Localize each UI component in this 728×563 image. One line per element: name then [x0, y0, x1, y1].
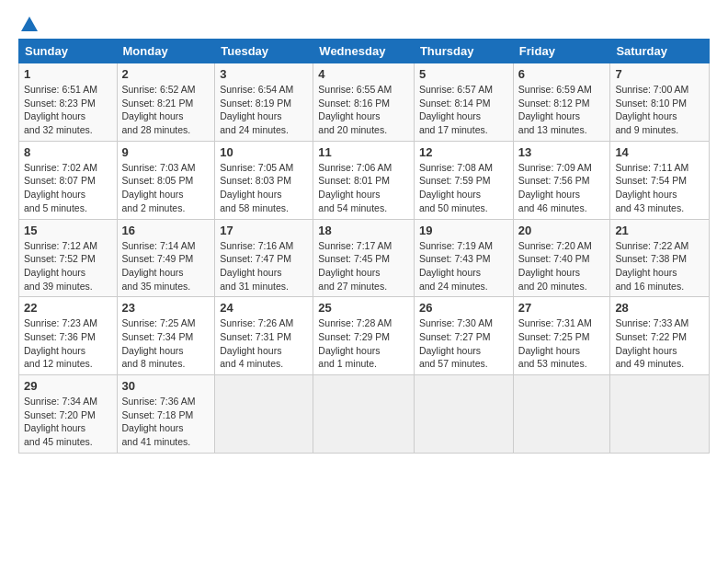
- day-number: 24: [220, 301, 308, 315]
- day-number: 8: [24, 145, 112, 159]
- day-number: 23: [122, 301, 210, 315]
- day-info: Sunrise: 7:23 AMSunset: 7:36 PMDaylight …: [24, 317, 97, 369]
- calendar-cell: 23 Sunrise: 7:25 AMSunset: 7:34 PMDaylig…: [117, 297, 215, 375]
- calendar-cell: 13 Sunrise: 7:09 AMSunset: 7:56 PMDaylig…: [513, 141, 610, 219]
- day-info: Sunrise: 7:22 AMSunset: 7:38 PMDaylight …: [615, 240, 688, 292]
- calendar-cell: 9 Sunrise: 7:03 AMSunset: 8:05 PMDayligh…: [117, 141, 215, 219]
- page: SundayMondayTuesdayWednesdayThursdayFrid…: [0, 0, 728, 463]
- day-info: Sunrise: 7:11 AMSunset: 7:54 PMDaylight …: [615, 162, 688, 213]
- logo: [18, 15, 40, 31]
- day-number: 15: [24, 224, 112, 237]
- day-info: Sunrise: 7:14 AMSunset: 7:49 PMDaylight …: [122, 240, 196, 292]
- calendar-cell: 21 Sunrise: 7:22 AMSunset: 7:38 PMDaylig…: [610, 219, 710, 297]
- calendar-cell: 25 Sunrise: 7:28 AMSunset: 7:29 PMDaylig…: [313, 297, 415, 375]
- calendar-cell: 17 Sunrise: 7:16 AMSunset: 7:47 PMDaylig…: [215, 219, 313, 297]
- calendar-cell: 11 Sunrise: 7:06 AMSunset: 8:01 PMDaylig…: [313, 141, 415, 219]
- day-number: 25: [318, 301, 409, 315]
- day-number: 13: [518, 145, 606, 159]
- calendar-cell: [313, 375, 415, 454]
- calendar-cell: 10 Sunrise: 7:05 AMSunset: 8:03 PMDaylig…: [215, 141, 313, 219]
- day-number: 21: [615, 224, 704, 237]
- day-header-wednesday: Wednesday: [313, 40, 415, 63]
- day-number: 27: [518, 301, 606, 315]
- week-row-3: 15 Sunrise: 7:12 AMSunset: 7:52 PMDaylig…: [19, 219, 710, 297]
- day-number: 17: [220, 224, 308, 237]
- day-number: 1: [24, 67, 112, 81]
- calendar: SundayMondayTuesdayWednesdayThursdayFrid…: [18, 39, 710, 454]
- calendar-cell: 2 Sunrise: 6:52 AMSunset: 8:21 PMDayligh…: [117, 63, 215, 142]
- day-number: 29: [24, 379, 112, 393]
- day-info: Sunrise: 6:52 AMSunset: 8:21 PMDaylight …: [122, 84, 196, 135]
- day-info: Sunrise: 7:34 AMSunset: 7:20 PMDaylight …: [24, 396, 97, 447]
- calendar-cell: 28 Sunrise: 7:33 AMSunset: 7:22 PMDaylig…: [610, 297, 710, 375]
- day-number: 16: [122, 224, 210, 237]
- day-info: Sunrise: 7:05 AMSunset: 8:03 PMDaylight …: [220, 162, 293, 213]
- calendar-cell: 4 Sunrise: 6:55 AMSunset: 8:16 PMDayligh…: [313, 63, 415, 142]
- calendar-cell: 12 Sunrise: 7:08 AMSunset: 7:59 PMDaylig…: [414, 141, 513, 219]
- day-number: 20: [518, 224, 606, 237]
- day-info: Sunrise: 7:19 AMSunset: 7:43 PMDaylight …: [419, 240, 493, 292]
- day-info: Sunrise: 7:30 AMSunset: 7:27 PMDaylight …: [419, 317, 493, 369]
- day-info: Sunrise: 7:08 AMSunset: 7:59 PMDaylight …: [419, 162, 493, 213]
- svg-marker-0: [21, 17, 38, 31]
- day-info: Sunrise: 7:28 AMSunset: 7:29 PMDaylight …: [318, 317, 392, 369]
- day-number: 19: [419, 224, 508, 237]
- calendar-cell: [215, 375, 313, 454]
- logo-icon: [19, 15, 40, 35]
- day-number: 12: [419, 145, 508, 159]
- day-info: Sunrise: 7:20 AMSunset: 7:40 PMDaylight …: [518, 240, 592, 292]
- day-number: 22: [24, 301, 112, 315]
- day-header-friday: Friday: [513, 40, 610, 63]
- calendar-cell: 27 Sunrise: 7:31 AMSunset: 7:25 PMDaylig…: [513, 297, 610, 375]
- day-info: Sunrise: 7:31 AMSunset: 7:25 PMDaylight …: [518, 317, 592, 369]
- day-info: Sunrise: 7:09 AMSunset: 7:56 PMDaylight …: [518, 162, 592, 213]
- day-header-monday: Monday: [117, 40, 215, 63]
- calendar-cell: 6 Sunrise: 6:59 AMSunset: 8:12 PMDayligh…: [513, 63, 610, 142]
- calendar-cell: 14 Sunrise: 7:11 AMSunset: 7:54 PMDaylig…: [610, 141, 710, 219]
- day-header-sunday: Sunday: [19, 40, 118, 63]
- calendar-cell: 15 Sunrise: 7:12 AMSunset: 7:52 PMDaylig…: [19, 219, 118, 297]
- day-number: 28: [615, 301, 704, 315]
- day-header-thursday: Thursday: [414, 40, 513, 63]
- day-info: Sunrise: 7:16 AMSunset: 7:47 PMDaylight …: [220, 240, 293, 292]
- calendar-cell: 3 Sunrise: 6:54 AMSunset: 8:19 PMDayligh…: [215, 63, 313, 142]
- day-number: 5: [419, 67, 508, 81]
- day-info: Sunrise: 7:33 AMSunset: 7:22 PMDaylight …: [615, 317, 688, 369]
- day-info: Sunrise: 7:00 AMSunset: 8:10 PMDaylight …: [615, 84, 688, 135]
- day-info: Sunrise: 7:17 AMSunset: 7:45 PMDaylight …: [318, 240, 392, 292]
- week-row-4: 22 Sunrise: 7:23 AMSunset: 7:36 PMDaylig…: [19, 297, 710, 375]
- day-info: Sunrise: 7:25 AMSunset: 7:34 PMDaylight …: [122, 317, 196, 369]
- calendar-cell: 1 Sunrise: 6:51 AMSunset: 8:23 PMDayligh…: [19, 63, 118, 142]
- calendar-cell: 30 Sunrise: 7:36 AMSunset: 7:18 PMDaylig…: [117, 375, 215, 454]
- calendar-cell: 24 Sunrise: 7:26 AMSunset: 7:31 PMDaylig…: [215, 297, 313, 375]
- calendar-cell: [414, 375, 513, 454]
- week-row-5: 29 Sunrise: 7:34 AMSunset: 7:20 PMDaylig…: [19, 375, 710, 454]
- day-number: 11: [318, 145, 409, 159]
- calendar-cell: 26 Sunrise: 7:30 AMSunset: 7:27 PMDaylig…: [414, 297, 513, 375]
- day-info: Sunrise: 7:36 AMSunset: 7:18 PMDaylight …: [122, 396, 196, 447]
- day-info: Sunrise: 6:51 AMSunset: 8:23 PMDaylight …: [24, 84, 97, 135]
- day-info: Sunrise: 6:54 AMSunset: 8:19 PMDaylight …: [220, 84, 293, 135]
- calendar-cell: 16 Sunrise: 7:14 AMSunset: 7:49 PMDaylig…: [117, 219, 215, 297]
- calendar-cell: 19 Sunrise: 7:19 AMSunset: 7:43 PMDaylig…: [414, 219, 513, 297]
- calendar-cell: [513, 375, 610, 454]
- calendar-cell: 22 Sunrise: 7:23 AMSunset: 7:36 PMDaylig…: [19, 297, 118, 375]
- day-info: Sunrise: 7:03 AMSunset: 8:05 PMDaylight …: [122, 162, 196, 213]
- day-header-saturday: Saturday: [610, 40, 710, 63]
- calendar-cell: 20 Sunrise: 7:20 AMSunset: 7:40 PMDaylig…: [513, 219, 610, 297]
- week-row-1: 1 Sunrise: 6:51 AMSunset: 8:23 PMDayligh…: [19, 63, 710, 142]
- day-number: 7: [615, 67, 704, 81]
- day-number: 30: [122, 379, 210, 393]
- calendar-cell: 29 Sunrise: 7:34 AMSunset: 7:20 PMDaylig…: [19, 375, 118, 454]
- day-info: Sunrise: 6:57 AMSunset: 8:14 PMDaylight …: [419, 84, 493, 135]
- day-number: 6: [518, 67, 606, 81]
- day-info: Sunrise: 6:55 AMSunset: 8:16 PMDaylight …: [318, 84, 392, 135]
- day-number: 10: [220, 145, 308, 159]
- day-number: 3: [220, 67, 308, 81]
- header: [18, 15, 710, 31]
- day-info: Sunrise: 7:12 AMSunset: 7:52 PMDaylight …: [24, 240, 97, 292]
- week-row-2: 8 Sunrise: 7:02 AMSunset: 8:07 PMDayligh…: [19, 141, 710, 219]
- day-number: 4: [318, 67, 409, 81]
- day-number: 2: [122, 67, 210, 81]
- day-info: Sunrise: 7:06 AMSunset: 8:01 PMDaylight …: [318, 162, 392, 213]
